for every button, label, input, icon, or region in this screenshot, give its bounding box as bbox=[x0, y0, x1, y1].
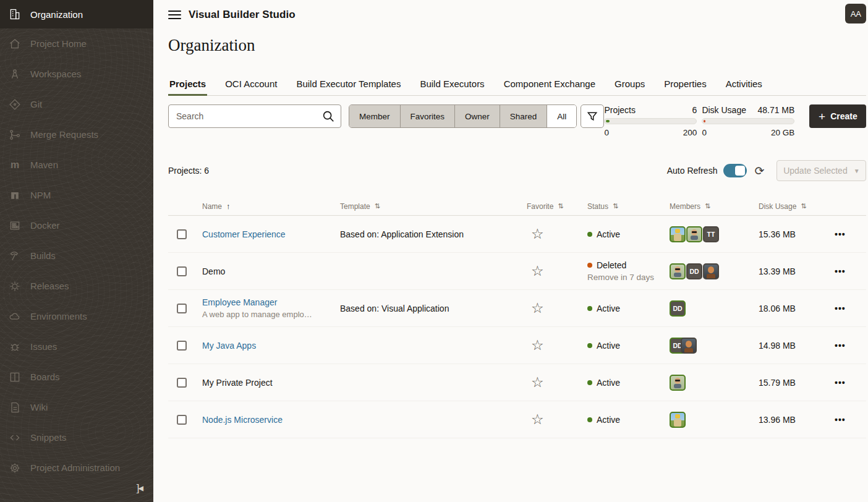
refresh-icon[interactable]: ⟳ bbox=[754, 165, 764, 177]
sidebar-item-docker[interactable]: Docker bbox=[0, 210, 153, 240]
sidebar-item-wiki[interactable]: Wiki bbox=[0, 392, 153, 422]
auto-refresh-label: Auto Refresh bbox=[667, 166, 718, 176]
member-avatar[interactable] bbox=[670, 375, 686, 391]
sort-icon[interactable]: ⇅ bbox=[375, 202, 380, 210]
projects-table: Name ↑ Template ⇅ Favorite ⇅ Status ⇅ Me… bbox=[168, 197, 866, 438]
row-actions-menu-icon[interactable]: ••• bbox=[835, 341, 846, 351]
row-actions-menu-icon[interactable]: ••• bbox=[835, 415, 846, 425]
favorite-star-icon[interactable]: ☆ bbox=[531, 337, 544, 353]
row-checkbox[interactable] bbox=[177, 229, 187, 239]
document-icon bbox=[8, 401, 22, 414]
filter-shared-button[interactable]: Shared bbox=[500, 105, 548, 127]
sidebar-item-snippets[interactable]: Snippets bbox=[0, 422, 153, 453]
tab-build-executor-templates[interactable]: Build Executor Templates bbox=[295, 75, 402, 95]
docker-icon bbox=[8, 219, 22, 232]
column-header-template[interactable]: Template bbox=[340, 202, 370, 211]
update-selected-button[interactable]: Update Selected ▼ bbox=[777, 160, 866, 181]
members-cell: DD bbox=[666, 338, 757, 354]
table-row: My Private Project ☆ Active 15.79 MB ••• bbox=[168, 364, 866, 401]
filter-favorites-button[interactable]: Favorites bbox=[401, 105, 456, 127]
sidebar-item-project-administration[interactable]: Project Administration bbox=[0, 453, 153, 483]
plus-icon: + bbox=[819, 111, 825, 122]
sidebar-item-npm[interactable]: NPM bbox=[0, 180, 153, 210]
sort-icon[interactable]: ⇅ bbox=[801, 202, 806, 210]
filter-funnel-button[interactable] bbox=[581, 104, 604, 128]
filter-member-button[interactable]: Member bbox=[349, 105, 401, 127]
hamburger-menu-icon[interactable] bbox=[168, 11, 181, 19]
favorite-star-icon[interactable]: ☆ bbox=[531, 411, 544, 427]
project-name-link[interactable]: Customer Experience bbox=[202, 229, 286, 239]
sidebar-item-builds[interactable]: Builds bbox=[0, 240, 153, 271]
sidebar-item-boards[interactable]: Boards bbox=[0, 362, 153, 392]
tab-properties[interactable]: Properties bbox=[663, 75, 707, 95]
column-header-name[interactable]: Name bbox=[202, 202, 222, 211]
sort-icon[interactable]: ⇅ bbox=[613, 202, 618, 210]
sort-icon[interactable]: ⇅ bbox=[558, 202, 563, 210]
sidebar-item-merge-requests[interactable]: Merge Requests bbox=[0, 119, 153, 150]
row-checkbox[interactable] bbox=[177, 266, 187, 276]
member-avatar[interactable] bbox=[686, 226, 702, 242]
member-avatar[interactable]: DD bbox=[670, 300, 686, 317]
members-cell: DD bbox=[666, 300, 757, 317]
sidebar-item-releases[interactable]: Releases bbox=[0, 271, 153, 301]
update-selected-label: Update Selected bbox=[783, 166, 848, 176]
row-checkbox[interactable] bbox=[177, 304, 187, 313]
row-actions-menu-icon[interactable]: ••• bbox=[835, 266, 846, 276]
sidebar-item-issues[interactable]: Issues bbox=[0, 331, 153, 362]
column-header-members[interactable]: Members bbox=[670, 202, 700, 211]
search-icon[interactable] bbox=[321, 109, 335, 125]
column-header-favorite[interactable]: Favorite bbox=[527, 202, 553, 211]
project-name[interactable]: My Private Project bbox=[202, 378, 273, 388]
favorite-star-icon[interactable]: ☆ bbox=[531, 263, 544, 279]
column-header-status[interactable]: Status bbox=[587, 202, 608, 211]
member-avatar[interactable] bbox=[670, 412, 686, 428]
member-avatar[interactable]: DD bbox=[686, 263, 702, 279]
sidebar-item-environments[interactable]: Environments bbox=[0, 301, 153, 331]
row-checkbox[interactable] bbox=[177, 415, 187, 425]
row-actions-menu-icon[interactable]: ••• bbox=[835, 378, 846, 388]
project-name-link[interactable]: My Java Apps bbox=[202, 341, 256, 351]
sidebar-item-workspaces[interactable]: Workspaces bbox=[0, 59, 153, 89]
row-actions-menu-icon[interactable]: ••• bbox=[835, 229, 846, 239]
create-button[interactable]: + Create bbox=[809, 104, 866, 128]
project-name-link[interactable]: Employee Manager bbox=[202, 297, 277, 307]
sidebar-item-project-home[interactable]: Project Home bbox=[0, 28, 153, 59]
auto-refresh-toggle[interactable] bbox=[723, 164, 747, 177]
member-avatar[interactable]: TT bbox=[703, 226, 719, 242]
favorite-star-icon[interactable]: ☆ bbox=[531, 226, 544, 242]
sort-ascending-icon[interactable]: ↑ bbox=[226, 202, 231, 211]
column-header-disk-usage[interactable]: Disk Usage bbox=[759, 202, 796, 211]
member-avatar[interactable] bbox=[703, 263, 719, 279]
maven-icon: m bbox=[8, 158, 22, 172]
tab-component-exchange[interactable]: Component Exchange bbox=[503, 75, 597, 95]
sidebar-item-organization[interactable]: Organization bbox=[0, 0, 153, 28]
sort-icon[interactable]: ⇅ bbox=[705, 202, 710, 210]
filter-owner-button[interactable]: Owner bbox=[455, 105, 500, 127]
tab-build-executors[interactable]: Build Executors bbox=[419, 75, 485, 95]
project-name[interactable]: Demo bbox=[202, 266, 225, 276]
member-avatar[interactable] bbox=[670, 226, 686, 242]
status-dot bbox=[587, 343, 592, 348]
favorite-star-icon[interactable]: ☆ bbox=[531, 300, 544, 316]
sidebar-item-git[interactable]: Git bbox=[0, 89, 153, 119]
tab-oci-account[interactable]: OCI Account bbox=[224, 75, 278, 95]
tab-projects[interactable]: Projects bbox=[168, 75, 207, 95]
sidebar-item-maven[interactable]: m Maven bbox=[0, 150, 153, 180]
row-checkbox[interactable] bbox=[177, 341, 187, 351]
tab-activities[interactable]: Activities bbox=[725, 75, 764, 95]
user-avatar[interactable]: AA bbox=[845, 4, 866, 23]
search-input[interactable] bbox=[168, 104, 341, 128]
member-avatar[interactable] bbox=[681, 338, 697, 354]
filter-all-button[interactable]: All bbox=[547, 105, 576, 127]
page-title: Organization bbox=[168, 36, 866, 55]
member-avatar[interactable] bbox=[670, 263, 686, 279]
sidebar-collapse-icon[interactable]: ]◂ bbox=[137, 482, 142, 495]
sidebar-item-label: Docker bbox=[30, 220, 60, 231]
tab-groups[interactable]: Groups bbox=[613, 75, 646, 95]
sidebar-item-label: Maven bbox=[30, 160, 58, 170]
status-dot bbox=[587, 263, 592, 268]
row-checkbox[interactable] bbox=[177, 378, 187, 388]
favorite-star-icon[interactable]: ☆ bbox=[531, 374, 544, 390]
project-name-link[interactable]: Node.js Microservice bbox=[202, 415, 283, 425]
row-actions-menu-icon[interactable]: ••• bbox=[835, 304, 846, 313]
